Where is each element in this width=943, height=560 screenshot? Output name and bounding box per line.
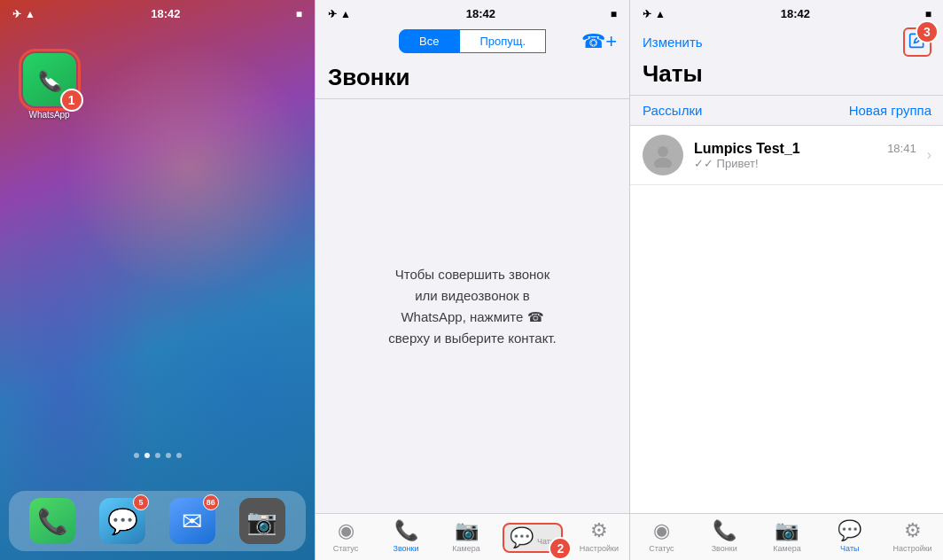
chat-info: Lumpics Test_1 18:41 ✓✓ Привет! [694,141,916,170]
status-right-2: ■ [611,8,617,20]
chats-nav-icon-2: 💬 [510,526,534,548]
chats-nav-header: Изменить 3 [643,27,931,57]
nav-calls-3[interactable]: 📞 Звонки [700,519,749,553]
mail-badge: 86 [203,494,219,510]
dock-messages[interactable]: 💬 5 [99,498,145,544]
whatsapp-label: WhatsApp [29,110,70,120]
chat-name: Lumpics Test_1 [694,141,800,157]
chats-nav-label-3: Чаты [840,544,859,553]
mail-icon: ✉ [182,507,202,536]
compose-button-wrap[interactable]: 3 [903,27,931,57]
camera-icon: 📷 [246,507,277,536]
tab-missed[interactable]: Пропущ. [459,29,546,53]
messages-icon: 💬 [107,507,138,536]
chat-name-row: Lumpics Test_1 18:41 [694,141,916,157]
calls-header: ✈ ▲ 18:42 ■ Все Пропущ. ☎+ Звонки [316,0,629,99]
time-display-2: 18:42 [466,7,495,20]
chat-preview: ✓✓ Привет! [694,157,916,170]
broadcasts-button[interactable]: Рассылки [643,103,702,118]
battery-icon: ■ [296,8,302,20]
status-left: ✈ ▲ [12,8,35,20]
calls-title: Звонки [316,58,629,98]
home-screen-panel: ✈ ▲ 18:42 ■ 📞 1 WhatsApp [0,0,315,560]
chat-preview-text: ✓✓ Привет! [694,157,759,170]
nav-settings-3[interactable]: ⚙ Настройки [888,519,937,553]
airplane-icon-3: ✈ [643,8,651,20]
nav-calls-2[interactable]: 📞 Звонки [382,519,431,553]
status-bar-1: ✈ ▲ 18:42 ■ [0,0,315,24]
dot-5 [176,453,182,458]
nav-chats-2-selected[interactable]: 💬 Чаты 2 [503,523,564,553]
dock-phone[interactable]: 📞 [29,498,75,544]
chats-title: Чаты [643,60,931,88]
svg-point-2 [658,146,668,157]
chats-links: Рассылки Новая группа [630,96,943,126]
dock: 📞 💬 5 ✉ 86 📷 [9,491,306,551]
nav-camera-3[interactable]: 📷 Камера [762,519,811,553]
page-dots [0,453,315,458]
status-nav-icon-3: ◉ [653,519,670,542]
calls-nav-icon: 📞 [394,519,418,542]
whatsapp-app-icon-wrap[interactable]: 📞 1 WhatsApp [18,53,81,120]
calls-panel: ✈ ▲ 18:42 ■ Все Пропущ. ☎+ Звонки Чтобы … [316,0,629,560]
dot-1 [134,453,139,458]
status-bar-3: ✈ ▲ 18:42 ■ [630,0,943,24]
step2-badge: 2 [549,537,572,560]
phone-icon: 📞 [37,507,68,536]
dot-2 [144,453,150,458]
chats-panel: ✈ ▲ 18:42 ■ Изменить 3 Чаты [630,0,943,560]
status-left-3: ✈ ▲ [643,8,666,20]
settings-nav-label-2: Настройки [580,544,619,553]
app-grid: 📞 1 WhatsApp [0,53,315,120]
settings-nav-icon-2: ⚙ [590,519,608,542]
wifi-icon: ▲ [25,8,35,20]
camera-nav-icon: 📷 [455,519,479,542]
airplane-icon: ✈ [12,8,21,20]
camera-nav-label: Камера [452,544,479,553]
chats-nav-icon-3: 💬 [838,519,861,542]
status-right: ■ [296,8,302,20]
calls-nav-label: Звонки [393,544,418,553]
svg-point-3 [654,158,672,167]
chat-avatar [643,135,683,175]
calls-nav-label-3: Звонки [712,544,737,553]
chat-time: 18:41 [887,142,916,155]
step3-badge: 3 [916,20,939,43]
nav-chats-3[interactable]: 💬 Чаты [825,519,874,553]
nav-status-3[interactable]: ◉ Статус [637,519,686,553]
status-nav-label-3: Статус [649,544,674,553]
dot-4 [166,453,171,458]
whatsapp-app-icon[interactable]: 📞 1 [23,53,76,106]
status-left-2: ✈ ▲ [328,8,351,20]
chat-list: Lumpics Test_1 18:41 ✓✓ Привет! › [630,126,943,513]
nav-status-2[interactable]: ◉ Статус [322,519,370,553]
edit-button[interactable]: Изменить [643,35,703,50]
battery-icon-2: ■ [611,8,617,20]
calls-bottom-nav: ◉ Статус 📞 Звонки 📷 Камера 💬 Чаты 2 ⚙ На… [316,513,629,560]
calls-empty-state: Чтобы совершить звонокили видеозвонок вW… [316,99,629,513]
status-bar-2: ✈ ▲ 18:42 ■ [316,0,629,24]
dock-camera[interactable]: 📷 [239,498,285,544]
calls-empty-text: Чтобы совершить звонокили видеозвонок вW… [388,264,557,349]
settings-nav-icon-3: ⚙ [904,519,922,542]
wifi-icon-3: ▲ [655,8,666,20]
status-nav-icon: ◉ [338,519,355,542]
chat-chevron-icon: › [927,147,931,163]
time-display-3: 18:42 [781,7,810,20]
camera-nav-label-3: Камера [773,544,800,553]
battery-icon-3: ■ [925,8,931,20]
time-display-1: 18:42 [151,7,180,20]
status-right-3: ■ [925,8,931,20]
status-nav-label: Статус [333,544,358,553]
chats-header: Изменить 3 Чаты [630,24,943,96]
new-group-button[interactable]: Новая группа [849,103,931,118]
airplane-icon-2: ✈ [328,8,337,20]
add-call-button[interactable]: ☎+ [581,30,617,53]
chat-item[interactable]: Lumpics Test_1 18:41 ✓✓ Привет! › [630,126,943,185]
nav-camera-2[interactable]: 📷 Камера [442,519,491,553]
tab-all[interactable]: Все [399,29,459,53]
dock-mail[interactable]: ✉ 86 [169,498,215,544]
nav-settings-2[interactable]: ⚙ Настройки [574,519,623,553]
wifi-icon-2: ▲ [340,8,351,20]
calls-nav-icon-3: 📞 [713,519,736,542]
